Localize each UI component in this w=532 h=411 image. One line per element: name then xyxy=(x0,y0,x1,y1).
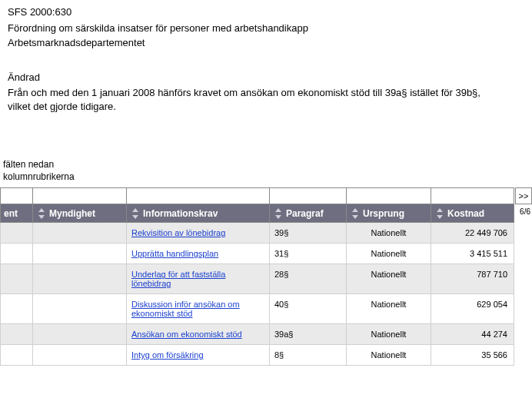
cell-ent xyxy=(1,294,33,324)
info-link[interactable]: Upprätta handlingsplan xyxy=(131,249,218,258)
info-link[interactable]: Intyg om försäkring xyxy=(131,350,204,360)
info-link[interactable]: Ansökan om ekonomiskt stöd xyxy=(131,330,242,339)
filter-paragraf[interactable] xyxy=(271,190,344,202)
filter-ursprung[interactable] xyxy=(348,190,429,202)
cell-ent xyxy=(1,324,33,345)
cell-kostnad: 3 415 511 xyxy=(431,244,514,264)
filter-informationskrav[interactable] xyxy=(128,190,268,202)
cell-ursprung: Nationellt xyxy=(347,244,431,264)
filter-kostnad[interactable] xyxy=(433,190,512,202)
sort-icon xyxy=(273,208,284,219)
cell-kostnad: 787 710 xyxy=(431,264,514,294)
cell-ent xyxy=(1,223,33,244)
table-row: Diskussion inför ansökan om ekonomiskt s… xyxy=(1,294,514,324)
cell-ent xyxy=(1,244,33,264)
cell-paragraf: 39a§ xyxy=(270,324,347,345)
filter-ent[interactable] xyxy=(2,190,31,202)
cell-ent xyxy=(1,264,33,294)
col-header-paragraf[interactable]: Paragraf xyxy=(270,204,347,223)
col-header-myndighet[interactable]: Myndighet xyxy=(33,204,127,223)
table-row: Ansökan om ekonomiskt stöd39a§Nationellt… xyxy=(1,324,514,345)
cell-myndighet xyxy=(33,324,127,345)
sfs-description: Förordning om särskilda insatser för per… xyxy=(8,22,524,34)
table-row: Rekvisition av lönebidrag39§Nationellt22… xyxy=(1,223,514,244)
department: Arbetsmarknadsdepartementet xyxy=(8,37,524,48)
filter-myndighet[interactable] xyxy=(35,190,125,202)
cell-myndighet xyxy=(33,345,127,366)
col-header-kostnad[interactable]: Kostnad xyxy=(431,204,514,223)
sort-icon xyxy=(350,208,361,219)
page-count: 6/6 xyxy=(520,207,530,216)
cell-paragraf: 28§ xyxy=(270,264,347,294)
table-row: Underlag för att fastställa lönebidrag28… xyxy=(1,264,514,294)
col-header-ursprung[interactable]: Ursprung xyxy=(347,204,431,223)
cell-myndighet xyxy=(33,244,127,264)
cell-informationskrav: Underlag för att fastställa lönebidrag xyxy=(127,264,270,294)
cell-ent xyxy=(1,345,33,366)
next-page-button[interactable]: >> xyxy=(515,187,532,204)
cell-informationskrav: Rekvisition av lönebidrag xyxy=(127,223,270,244)
cell-informationskrav: Ansökan om ekonomiskt stöd xyxy=(127,324,270,345)
col-header-ent[interactable]: ent xyxy=(1,204,33,223)
col-header-informationskrav[interactable]: Informationskrav xyxy=(127,204,270,223)
table-row: Intyg om försäkring8§Nationellt35 566 xyxy=(1,345,514,366)
info-link[interactable]: Rekvisition av lönebidrag xyxy=(131,228,225,237)
cell-paragraf: 8§ xyxy=(270,345,347,366)
info-link[interactable]: Diskussion inför ansökan om ekonomiskt s… xyxy=(131,300,240,318)
cell-ursprung: Nationellt xyxy=(347,294,431,324)
changed-label: Ändrad xyxy=(8,71,524,83)
table-row: Upprätta handlingsplan31§Nationellt3 415… xyxy=(1,244,514,264)
cell-kostnad: 629 054 xyxy=(431,294,514,324)
cell-myndighet xyxy=(33,223,127,244)
changed-text: Från och med den 1 januari 2008 hänförs … xyxy=(8,86,484,113)
filter-hint: fälten nedan kolumnrubrikerna xyxy=(0,159,532,183)
cell-informationskrav: Diskussion inför ansökan om ekonomiskt s… xyxy=(127,294,270,324)
cell-kostnad: 22 449 706 xyxy=(431,223,514,244)
sort-icon xyxy=(130,208,141,219)
cell-informationskrav: Intyg om försäkring xyxy=(127,345,270,366)
cell-informationskrav: Upprätta handlingsplan xyxy=(127,244,270,264)
cell-paragraf: 39§ xyxy=(270,223,347,244)
cell-myndighet xyxy=(33,294,127,324)
cell-ursprung: Nationellt xyxy=(347,223,431,244)
info-link[interactable]: Underlag för att fastställa lönebidrag xyxy=(131,270,225,288)
results-table: ent Myndighet Informationskrav Paragraf … xyxy=(0,187,514,366)
sort-icon xyxy=(434,208,445,219)
cell-ursprung: Nationellt xyxy=(347,264,431,294)
cell-kostnad: 44 274 xyxy=(431,324,514,345)
sort-icon xyxy=(36,208,47,219)
cell-kostnad: 35 566 xyxy=(431,345,514,366)
cell-ursprung: Nationellt xyxy=(347,345,431,366)
cell-ursprung: Nationellt xyxy=(347,324,431,345)
cell-paragraf: 31§ xyxy=(270,244,347,264)
sfs-number: SFS 2000:630 xyxy=(8,6,524,18)
cell-paragraf: 40§ xyxy=(270,294,347,324)
cell-myndighet xyxy=(33,264,127,294)
